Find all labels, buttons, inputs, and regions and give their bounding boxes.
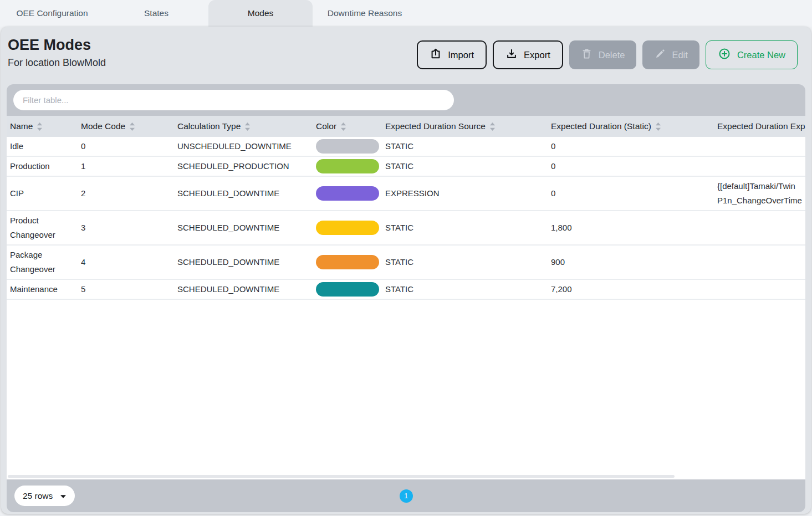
- cell-calculation-type: SCHEDULED_DOWNTIME: [173, 253, 311, 272]
- column-label: Expected Duration (Static): [551, 121, 651, 131]
- main-panel: OEE Modes For location BlowMold Import E…: [1, 27, 811, 514]
- cell-color: [311, 184, 381, 203]
- column-header-color[interactable]: Color: [311, 116, 381, 137]
- column-label: Expected Duration Source: [385, 121, 486, 131]
- cell-expected-duration-source: EXPRESSION: [381, 184, 547, 203]
- cell-expected-duration-static: 900: [547, 253, 713, 272]
- table-row[interactable]: Product Changeover3SCHEDULED_DOWNTIMESTA…: [7, 211, 805, 246]
- export-button[interactable]: Export: [493, 40, 563, 69]
- cell-mode-code: 5: [76, 280, 173, 299]
- cell-name: Product Changeover: [7, 211, 76, 244]
- table-header: NameMode CodeCalculation TypeColorExpect…: [7, 116, 805, 137]
- edit-button-label: Edit: [672, 50, 687, 60]
- column-header-expected-duration-expression[interactable]: Expected Duration Expression: [713, 116, 805, 137]
- import-button[interactable]: Import: [417, 40, 487, 69]
- filter-input[interactable]: [13, 90, 454, 110]
- rows-per-page-value: 25 rows: [23, 491, 53, 501]
- column-header-calculation-type[interactable]: Calculation Type: [173, 116, 311, 137]
- cell-name: Maintenance: [7, 280, 76, 299]
- edit-button[interactable]: Edit: [642, 40, 699, 69]
- color-pill: [316, 159, 379, 173]
- cell-expected-duration-expression: [713, 226, 805, 230]
- color-pill: [316, 282, 379, 297]
- cell-expected-duration-expression: {[default]Tamaki/Twin P1n_ChangeOverTime: [713, 177, 805, 210]
- column-header-expected-duration-static[interactable]: Expected Duration (Static): [547, 116, 713, 137]
- cell-name: Package Changeover: [7, 246, 76, 279]
- column-label: Mode Code: [81, 121, 125, 131]
- tab-downtime-reasons[interactable]: Downtime Reasons: [313, 0, 417, 27]
- import-button-label: Import: [448, 50, 474, 60]
- table-footer: 25 rows 1: [7, 479, 805, 512]
- cell-name: CIP: [7, 184, 76, 203]
- table-body-wrap: Idle0UNSCHEDULED_DOWNTIMESTATIC0Producti…: [7, 137, 805, 479]
- column-label: Calculation Type: [177, 121, 241, 131]
- table-row[interactable]: Package Changeover4SCHEDULED_DOWNTIMESTA…: [7, 246, 805, 280]
- cell-color: [311, 253, 381, 272]
- create-new-button[interactable]: Create New: [706, 40, 798, 69]
- sort-icon: [655, 122, 661, 131]
- cell-expected-duration-expression: [713, 260, 805, 264]
- cell-expected-duration-static: 1,800: [547, 218, 713, 237]
- sort-icon: [340, 122, 346, 131]
- tab-states[interactable]: States: [104, 0, 208, 27]
- color-pill: [316, 186, 379, 201]
- cell-calculation-type: SCHEDULED_DOWNTIME: [173, 280, 311, 299]
- cell-calculation-type: UNSCHEDULED_DOWNTIME: [173, 137, 311, 156]
- cell-color: [311, 157, 381, 176]
- column-header-mode-code[interactable]: Mode Code: [76, 116, 173, 137]
- sort-icon: [37, 122, 43, 131]
- trash-icon: [581, 48, 593, 62]
- table-toolbar: [7, 84, 805, 116]
- table-row[interactable]: Production1SCHEDULED_PRODUCTIONSTATIC0: [7, 157, 805, 177]
- plus-circle-icon: [718, 47, 731, 63]
- cell-expected-duration-expression: [713, 164, 805, 168]
- page-subtitle: For location BlowMold: [8, 57, 106, 69]
- cell-expected-duration-expression: [713, 144, 805, 149]
- cell-mode-code: 2: [76, 184, 173, 203]
- delete-button[interactable]: Delete: [569, 40, 637, 69]
- action-buttons: Import Export Delete Edit Create New: [417, 40, 798, 69]
- chevron-down-icon: [60, 491, 67, 501]
- tab-oee-configuration[interactable]: OEE Configuration: [0, 0, 104, 27]
- table-row[interactable]: CIP2SCHEDULED_DOWNTIMEEXPRESSION0{[defau…: [7, 177, 805, 211]
- cell-expected-duration-static: 0: [547, 184, 713, 203]
- column-label: Expected Duration Expression: [717, 121, 805, 131]
- color-pill: [316, 221, 379, 235]
- column-header-name[interactable]: Name: [7, 116, 76, 137]
- table-row[interactable]: Maintenance5SCHEDULED_DOWNTIMESTATIC7,20…: [7, 280, 805, 300]
- column-header-expected-duration-source[interactable]: Expected Duration Source: [381, 116, 547, 137]
- table-row[interactable]: Idle0UNSCHEDULED_DOWNTIMESTATIC0: [7, 137, 805, 157]
- column-label: Name: [10, 121, 33, 131]
- column-label: Color: [316, 121, 336, 131]
- cell-calculation-type: SCHEDULED_PRODUCTION: [173, 157, 311, 176]
- cell-expected-duration-source: STATIC: [381, 157, 547, 176]
- create-new-button-label: Create New: [737, 50, 785, 60]
- rows-per-page-select[interactable]: 25 rows: [14, 486, 75, 506]
- cell-name: Idle: [7, 137, 76, 156]
- pagination-page-button[interactable]: 1: [400, 489, 413, 503]
- table-body: Idle0UNSCHEDULED_DOWNTIMESTATIC0Producti…: [7, 137, 805, 300]
- cell-mode-code: 0: [76, 137, 173, 156]
- table-card: NameMode CodeCalculation TypeColorExpect…: [7, 84, 805, 512]
- horizontal-scrollbar[interactable]: [8, 475, 675, 478]
- panel-header: OEE Modes For location BlowMold Import E…: [1, 27, 811, 82]
- tab-modes[interactable]: Modes: [208, 0, 313, 27]
- sort-icon: [129, 122, 135, 131]
- cell-mode-code: 4: [76, 253, 173, 272]
- cell-expected-duration-static: 7,200: [547, 280, 713, 299]
- tab-bar: OEE ConfigurationStatesModesDowntime Rea…: [0, 0, 812, 27]
- cell-expected-duration-source: STATIC: [381, 218, 547, 237]
- cell-mode-code: 3: [76, 218, 173, 237]
- cell-color: [311, 218, 381, 237]
- cell-expected-duration-static: 0: [547, 157, 713, 176]
- cell-expected-duration-static: 0: [547, 137, 713, 156]
- cell-mode-code: 1: [76, 157, 173, 176]
- cell-expected-duration-source: STATIC: [381, 253, 547, 272]
- cell-expected-duration-expression: [713, 287, 805, 292]
- color-pill: [316, 255, 379, 269]
- export-button-label: Export: [524, 50, 550, 60]
- page-title: OEE Modes: [8, 37, 106, 54]
- import-icon: [430, 48, 442, 62]
- pencil-icon: [654, 48, 666, 62]
- sort-icon: [489, 122, 496, 131]
